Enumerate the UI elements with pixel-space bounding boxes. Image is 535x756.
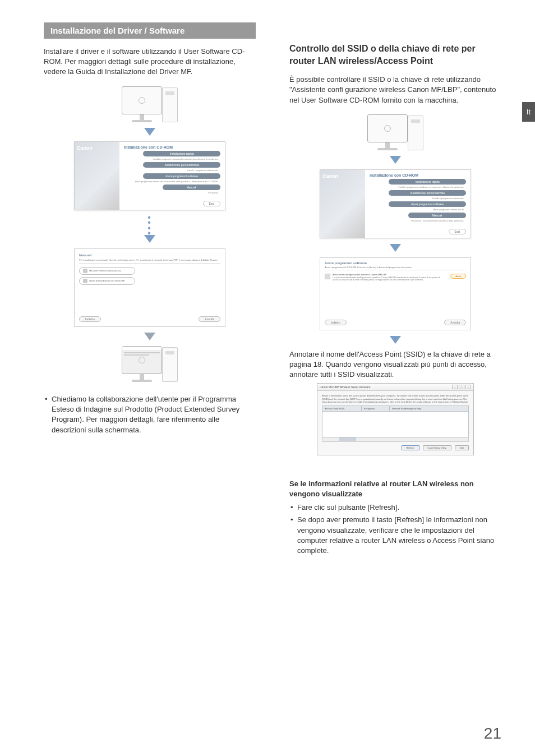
section-header-install: Installazione del Driver / Software [44,22,256,39]
exit-button[interactable]: Esci [449,229,466,234]
computer-illustration-3 [362,114,429,150]
manuals-button[interactable]: Manuali [408,213,466,218]
install-intro: Installare il driver e il software utili… [44,47,256,77]
copy-key-button[interactable]: Copy Network Key [423,445,451,450]
manuals-sub: Visualizza i manuali relativi all'utiliz… [370,219,466,222]
close-button[interactable]: × [465,385,471,389]
computer-illustration-1 [116,86,183,122]
cd-dialog-title: Installazione con CD-ROM [370,173,466,177]
arrow-icon [390,244,401,252]
install-cd-dialog-2: Canon Installazione con CD-ROM Installaz… [320,169,471,238]
ssid-list[interactable] [322,412,469,437]
wlan-desc: Below is information about the access po… [322,394,469,403]
sw-dialog-title: Avvia programmi software [325,261,466,265]
exit-button[interactable]: Esci [203,201,220,206]
troubleshoot-bullet-2: Se dopo aver premuto il tasto [Refresh] … [290,515,501,556]
wireless-assistant-window: Canon MF/LBP Wireless Setup Assistant — … [317,383,474,455]
window-caption: Canon MF/LBP Wireless Setup Assistant [320,385,371,389]
custom-install-sub: Installa i programmi selezionati. [124,169,220,172]
manuals-sub: Per installazione un manuale, fare clic … [79,259,220,264]
start-software-sub: Avvia programmi relativi alla funzionali… [124,180,220,183]
arrow-icon [390,156,401,164]
sw-dialog-sub: Avvia i programmi del CD-ROM. Fare clic … [325,266,466,270]
wireless-assistant-icon [325,274,330,279]
quick-install-sub: Installa i programmi standard necessari … [370,186,466,188]
start-software-button[interactable]: Avvia programmi software [143,173,220,179]
back-button[interactable]: Indietro [79,316,101,322]
cancel-button[interactable]: Annulla [199,316,220,322]
page-number: 21 [484,725,501,743]
manuals-button[interactable]: Manuali [163,185,220,190]
arrow-icon [144,333,155,340]
avvia-button[interactable]: Avvia [450,274,466,279]
custom-install-button[interactable]: Installazione personalizzata [143,162,220,168]
custom-install-sub: Installa i programmi selezionati. [370,197,466,200]
arrow-icon [390,336,401,344]
survey-bullet: Chiediamo la collaborazione dell'utente … [45,394,256,435]
quick-install-sub: Installa i programmi standard necessari … [124,158,220,160]
manuals-title: Manuali [79,253,220,257]
quick-install-button[interactable]: Installazione rapida [389,179,466,185]
troubleshoot-bullet-1: Fare clic sul pulsante [Refresh]. [290,503,501,513]
cancel-button[interactable]: Annulla [444,320,466,325]
manuals-sub: Visualizza [124,191,220,194]
ssid-intro: È possibile controllare il SSID o la chi… [289,75,501,105]
start-software-dialog: Avvia programmi software Avvia i program… [320,257,471,330]
manual-item-1[interactable]: Manuale elettronico (visualizza) [79,267,135,275]
install-cd-dialog: Canon Installazione con CD-ROM Installaz… [74,141,225,210]
refresh-button[interactable]: Refresh [402,445,419,450]
back-button[interactable]: Indietro [325,320,347,325]
start-software-sub: Avvia programmi relativi alla fu [370,208,466,211]
canon-logo: Canon [77,145,93,151]
computer-illustration-2 [116,346,183,382]
ssid-list-header: Access Point(SSID) Encryption Network Ke… [322,405,469,412]
annotate-text: Annotare il nome dell'Access Point (SSID… [289,349,501,380]
quit-button[interactable]: Quit [455,445,469,450]
ssid-heading: Controllo del SSID o della chiave di ret… [289,43,501,67]
manuals-dialog: Manuali Per installazione un manuale, fa… [74,248,225,327]
horizontal-scrollbar[interactable] [322,437,469,442]
custom-install-button[interactable]: Installazione personalizzata [389,190,466,196]
dots-icon: •••• [44,215,256,236]
canon-logo: Canon [322,173,338,179]
start-software-button[interactable]: Avvia programmi software [389,201,466,207]
sw-item-desc: Lo strumento Assistente configurazione w… [333,276,448,282]
quick-install-button[interactable]: Installazione rapida [143,151,220,156]
arrow-icon [144,128,155,136]
troubleshoot-heading: Se le informazioni relative al router LA… [289,479,501,499]
cd-dialog-title: Installazione con CD-ROM [124,145,220,149]
language-tab: It [522,102,535,122]
maximize-button[interactable]: □ [459,385,464,389]
manual-item-2[interactable]: Guida di Installazione del Driver MF [79,277,135,285]
minimize-button[interactable]: — [452,385,458,389]
